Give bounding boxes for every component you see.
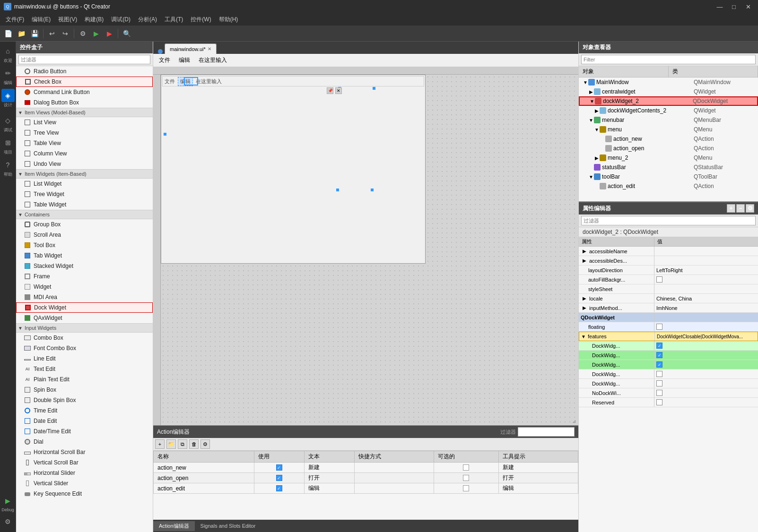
menu-help[interactable]: 帮助(H) (215, 14, 242, 25)
maximize-button[interactable]: □ (728, 2, 740, 11)
widget-stacked-widget[interactable]: Stacked Widget (16, 261, 153, 271)
obj-row-centralwidget[interactable]: ▶ centralwidget QWidget (579, 87, 758, 96)
sidebar-help[interactable]: ? (1, 158, 15, 172)
widget-vscrollbar[interactable]: Vertical Scroll Bar (16, 457, 153, 468)
dockwidg-2-checkbox[interactable]: ✓ (656, 352, 662, 358)
col-checkable[interactable]: 可选的 (434, 451, 498, 463)
widget-hslider[interactable]: Horizontal Slider (16, 468, 153, 478)
prop-dockwidg-3[interactable]: DockWidg... ✓ (579, 360, 758, 369)
obj-row-menu[interactable]: ▼ menu QMenu (579, 125, 758, 134)
toolbar-save[interactable]: 💾 (28, 27, 41, 40)
obj-row-menu2[interactable]: ▶ menu_2 QMenu (579, 153, 758, 163)
prop-config-btn[interactable]: ⚙ (746, 204, 754, 213)
widget-dialog-button-box[interactable]: Dialog Button Box (16, 97, 153, 108)
widget-spin-box[interactable]: Spin Box (16, 385, 153, 395)
widget-line-edit[interactable]: Line Edit (16, 353, 153, 364)
action-delete-btn[interactable]: 🗑 (189, 439, 199, 449)
editor-menu-file[interactable]: 文件 (155, 55, 174, 65)
category-item-views[interactable]: ▼ Item Views (Model-Based) (16, 108, 153, 117)
checkbox-new-check[interactable] (463, 464, 469, 471)
action-new-btn[interactable]: + (155, 439, 165, 449)
widget-combo-box[interactable]: Combo Box (16, 333, 153, 343)
expand-dockwidgetcontents2[interactable]: ▶ (594, 108, 600, 113)
sidebar-settings[interactable]: ⚙ (1, 515, 15, 528)
tab-close-icon[interactable]: ✕ (208, 46, 211, 51)
form-close-btn[interactable]: ✕ (335, 87, 342, 94)
prop-features[interactable]: ▼ features DockWidgetClosable|DockWidget… (579, 332, 758, 341)
col-shortcut[interactable]: 快捷方式 (354, 451, 434, 463)
menu-build[interactable]: 构建(B) (81, 14, 107, 25)
form-pin-btn[interactable]: 📌 (327, 87, 333, 94)
toolbar-new[interactable]: 📄 (2, 27, 14, 40)
obj-row-action-edit[interactable]: ▶ action_edit QAction (579, 181, 758, 191)
obj-row-menubar[interactable]: ▼ menubar QMenuBar (579, 115, 758, 125)
widget-group-box[interactable]: Group Box (16, 219, 153, 230)
widget-plain-text-edit[interactable]: AI Plain Text Edit (16, 374, 153, 385)
autofill-checkbox[interactable] (656, 276, 662, 283)
expand-menu2[interactable]: ▶ (594, 155, 600, 161)
expand-accessiblename[interactable]: ▶ (583, 249, 588, 254)
prop-add-btn[interactable]: + (727, 204, 735, 213)
widget-scroll-area[interactable]: Scroll Area (16, 230, 153, 240)
widget-datetime-edit[interactable]: Date/Time Edit (16, 426, 153, 437)
checkbox-edit-check[interactable] (463, 485, 469, 491)
sidebar-design[interactable]: ◈ (1, 89, 15, 102)
col-tooltip[interactable]: 工具提示 (498, 451, 578, 463)
action-row-open[interactable]: action_open ✓ 打开 打开 (154, 473, 578, 483)
canvas-resize[interactable]: ⊿ (571, 418, 577, 424)
action-filter-input[interactable] (518, 427, 575, 437)
checkbox-new-used[interactable]: ✓ (276, 464, 282, 471)
widget-text-edit[interactable]: AI Text Edit (16, 364, 153, 374)
toolbar-build[interactable]: ⚙ (77, 27, 89, 40)
expand-menu[interactable]: ▼ (594, 127, 600, 132)
expand-locale[interactable]: ▶ (583, 296, 588, 301)
prop-reserved[interactable]: Reserved (579, 398, 758, 407)
prop-layoutdirection[interactable]: layoutDirection LeftToRight (579, 266, 758, 275)
widget-list-view[interactable]: List View (16, 117, 153, 128)
toolbar-run[interactable]: ▶ (90, 27, 102, 40)
expand-inputmethod[interactable]: ▶ (583, 305, 588, 310)
prop-locale[interactable]: ▶ locale Chinese, China (579, 294, 758, 303)
menu-analyze[interactable]: 分析(A) (134, 14, 161, 25)
widget-filter-input[interactable] (18, 55, 150, 64)
toolbar-undo[interactable]: ↩ (46, 27, 58, 40)
tab-action-editor[interactable]: Action编辑器 (153, 521, 195, 531)
expand-dockwidget2[interactable]: ▼ (589, 99, 595, 104)
nodockwi-checkbox[interactable] (656, 390, 662, 396)
reserved-checkbox[interactable] (656, 399, 662, 405)
action-copy-btn[interactable]: ⧉ (178, 439, 187, 449)
action-config-btn[interactable]: ⚙ (200, 439, 210, 449)
widget-double-spin-box[interactable]: Double Spin Box (16, 395, 153, 405)
dockwidg-3-checkbox[interactable]: ✓ (656, 361, 662, 368)
floating-checkbox[interactable] (656, 324, 662, 330)
widget-vslider[interactable]: Vertical Slider (16, 478, 153, 489)
dockwidg-5-checkbox[interactable] (656, 380, 662, 386)
prop-dockwidg-1[interactable]: DockWidg... ✓ (579, 341, 758, 351)
toolbar-redo[interactable]: ↪ (59, 27, 71, 40)
widget-table-view[interactable]: Table View (16, 138, 153, 148)
sidebar-debug[interactable]: ▶ (1, 494, 15, 507)
widget-dial[interactable]: Dial (16, 437, 153, 447)
checkbox-open-check[interactable] (463, 475, 469, 481)
obj-row-statusbar[interactable]: ▶ statusBar QStatusBar (579, 163, 758, 172)
prop-autofill[interactable]: autoFillBackgr... (579, 275, 758, 284)
widget-qax-widget[interactable]: QAxWidget (16, 313, 153, 323)
expand-mainwindow[interactable]: ▼ (583, 80, 588, 85)
menu-file[interactable]: 文件(F) (2, 14, 28, 25)
checkbox-open-used[interactable]: ✓ (276, 475, 282, 481)
widget-time-edit[interactable]: Time Edit (16, 405, 153, 416)
sidebar-debug-test[interactable]: ◇ (1, 114, 15, 127)
menu-tools[interactable]: 工具(T) (161, 14, 187, 25)
obj-filter-input[interactable] (581, 55, 756, 64)
editor-menu-edit[interactable]: 编辑 (175, 55, 194, 65)
prop-dockwidg-5[interactable]: DockWidg... (579, 379, 758, 388)
action-row-new[interactable]: action_new ✓ 新建 新建 (154, 463, 578, 473)
expand-centralwidget[interactable]: ▶ (588, 89, 594, 94)
prop-nodockwi[interactable]: NoDockWi... (579, 388, 758, 398)
prop-stylesheet[interactable]: styleSheet (579, 284, 758, 294)
expand-accessibledes[interactable]: ▶ (583, 258, 588, 263)
widget-tree-widget[interactable]: Tree Widget (16, 189, 153, 199)
menu-view[interactable]: 视图(V) (54, 14, 81, 25)
dockwidg-1-checkbox[interactable]: ✓ (656, 343, 662, 349)
category-item-widgets[interactable]: ▼ Item Widgets (Item-Based) (16, 169, 153, 179)
